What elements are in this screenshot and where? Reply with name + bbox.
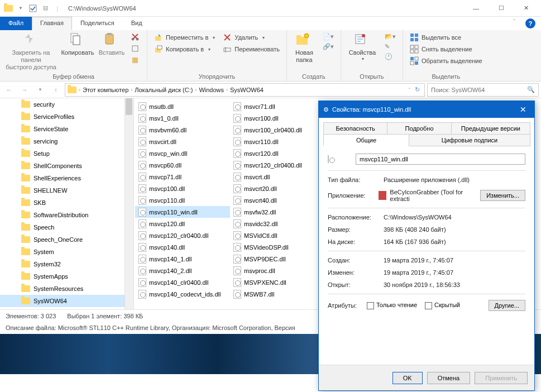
maximize-button[interactable]: ☐ — [489, 1, 514, 16]
file-item[interactable]: MSWB7.dll — [230, 288, 325, 300]
file-item[interactable]: MSVP9DEC.dll — [230, 253, 325, 265]
change-app-button[interactable]: Изменить... — [480, 190, 525, 201]
tree-item[interactable]: SystemApps — [0, 270, 133, 283]
crumb-pc[interactable]: Этот компьютер — [83, 87, 128, 93]
tab-security[interactable]: Безопасность — [323, 122, 387, 135]
file-item[interactable]: msvcr110.dll — [230, 136, 325, 147]
recent-button[interactable]: ▼ — [33, 83, 47, 97]
up-button[interactable]: ↑ — [49, 83, 63, 97]
tree-item[interactable]: security — [0, 98, 133, 111]
ok-button[interactable]: OK — [392, 372, 423, 384]
delete-button[interactable]: Удалить — [221, 32, 282, 42]
select-all-button[interactable]: Выделить все — [408, 32, 485, 42]
copy-path-button[interactable] — [129, 44, 142, 54]
tree-item[interactable]: SoftwareDistribution — [0, 209, 133, 221]
paste-button[interactable]: Вставить — [98, 32, 126, 56]
file-item[interactable]: msvcirt.dll — [135, 136, 230, 147]
tree-item[interactable]: SystemResources — [0, 283, 133, 295]
new-item-button[interactable]: 📄▾ — [320, 32, 336, 41]
tab-share[interactable]: Поделиться — [72, 17, 123, 30]
file-item[interactable]: msvcr71.dll — [230, 101, 325, 112]
open-button[interactable]: 📂▾ — [382, 32, 398, 41]
qa-down-icon[interactable]: ▼ — [16, 4, 25, 13]
file-item[interactable]: msvcp_win.dll — [135, 147, 230, 159]
file-item[interactable]: msvcp110.dll — [135, 194, 230, 206]
apply-button[interactable]: Применить — [475, 372, 528, 384]
help-icon[interactable]: ? — [525, 18, 535, 28]
tab-home[interactable]: Главная — [32, 17, 72, 30]
pin-button[interactable]: Закрепить на панели быстрого доступа — [4, 32, 58, 71]
tree-item[interactable]: System32 — [0, 258, 133, 270]
breadcrumb[interactable]: › Этот компьютер› Локальный диск (C:)› W… — [65, 83, 425, 97]
properties-titlebar[interactable]: ⚙ Свойства: msvcp110_win.dll ✕ — [319, 101, 534, 118]
file-item[interactable]: msutb.dll — [135, 101, 230, 112]
file-item[interactable]: msvcr100_clr0400.dll — [230, 124, 325, 136]
file-item[interactable]: msvcrt20.dll — [230, 183, 325, 194]
tree-scrollbar[interactable] — [125, 98, 133, 309]
file-item[interactable]: msvcp140_codecvt_ids.dll — [135, 288, 230, 300]
other-attrs-button[interactable]: Другие... — [489, 300, 525, 311]
file-item[interactable]: msv1_0.dll — [135, 112, 230, 124]
file-item[interactable]: msvcr100.dll — [230, 112, 325, 124]
properties-button[interactable]: Свойства — [346, 32, 379, 62]
search-input[interactable] — [431, 87, 527, 93]
readonly-checkbox[interactable]: Только чтение — [367, 302, 417, 309]
file-item[interactable]: msvcp140_2.dll — [135, 265, 230, 276]
dropdown-icon[interactable]: ˇ — [409, 87, 410, 93]
expand-ribbon-button[interactable]: ˇ — [509, 17, 520, 30]
file-item[interactable]: msvcp140_clr0400.dll — [135, 276, 230, 288]
hidden-checkbox[interactable]: Скрытый — [425, 302, 460, 309]
filename-field[interactable] — [356, 154, 525, 165]
file-item[interactable]: msvcp100.dll — [135, 183, 230, 194]
file-item[interactable]: msvcrt.dll — [230, 171, 325, 183]
tree-item[interactable]: servicing — [0, 135, 133, 147]
tab-signatures[interactable]: Цифровые подписи — [409, 134, 530, 146]
minimize-button[interactable]: — — [463, 1, 489, 16]
copy-to-button[interactable]: Копировать в — [152, 44, 217, 54]
tree-item[interactable]: SysWOW64 — [0, 295, 133, 307]
tab-view[interactable]: Вид — [123, 17, 151, 30]
refresh-button[interactable]: ↻ — [413, 86, 422, 93]
invert-selection-button[interactable]: Обратить выделение — [408, 56, 485, 66]
file-item[interactable]: msvcp140.dll — [135, 241, 230, 253]
file-item[interactable]: msvcr120.dll — [230, 147, 325, 159]
edit-button[interactable]: ✎ — [382, 42, 398, 51]
tree-item[interactable]: ShellExperiences — [0, 172, 133, 184]
file-item[interactable]: MSVideoDSP.dll — [230, 241, 325, 253]
tree-item[interactable]: ShellComponents — [0, 160, 133, 172]
forward-button[interactable]: → — [18, 83, 31, 97]
tab-previous[interactable]: Предыдущие версии — [451, 122, 530, 135]
file-item[interactable]: msvbvm60.dll — [135, 124, 230, 136]
file-item[interactable]: msvproc.dll — [230, 265, 325, 276]
file-item[interactable]: msvcp110_win.dll — [135, 206, 230, 218]
crumb-windows[interactable]: Windows — [199, 87, 224, 93]
tree-item[interactable]: ServiceProfiles — [0, 111, 133, 123]
select-none-button[interactable]: Снять выделение — [408, 44, 485, 54]
rename-button[interactable]: Переименовать — [221, 44, 282, 54]
properties-close-button[interactable]: ✕ — [516, 105, 530, 114]
file-item[interactable]: msvcp140_1.dll — [135, 253, 230, 265]
tab-file[interactable]: Файл — [0, 17, 32, 30]
file-item[interactable]: msvcp120_clr0400.dll — [135, 230, 230, 241]
tree-item[interactable]: SHELLNEW — [0, 184, 133, 197]
file-item[interactable]: msvcp71.dll — [135, 171, 230, 183]
file-item[interactable]: MSVidCtl.dll — [230, 230, 325, 241]
tree-item[interactable]: System — [0, 246, 133, 258]
tab-general[interactable]: Общие — [323, 134, 409, 146]
tree-item[interactable]: SKB — [0, 197, 133, 209]
search-icon[interactable]: 🔍 — [527, 86, 535, 93]
pin-small-icon[interactable]: ⊟ — [41, 4, 50, 13]
tab-details[interactable]: Подробно — [387, 122, 451, 135]
file-item[interactable]: msvidc32.dll — [230, 218, 325, 230]
back-button[interactable]: ← — [2, 83, 16, 97]
tree-item[interactable]: Setup — [0, 147, 133, 160]
file-item[interactable]: msvcrt40.dll — [230, 194, 325, 206]
copy-button[interactable]: Копировать — [61, 32, 94, 56]
file-item[interactable]: msvcp120.dll — [135, 218, 230, 230]
file-item[interactable]: MSVPXENC.dll — [230, 276, 325, 288]
file-item[interactable]: msvfw32.dll — [230, 206, 325, 218]
cut-button[interactable] — [129, 32, 142, 42]
crumb-drive[interactable]: Локальный диск (C:) — [135, 87, 193, 93]
file-item[interactable]: msvcr120_clr0400.dll — [230, 159, 325, 171]
crumb-syswow64[interactable]: SysWOW64 — [230, 87, 264, 93]
